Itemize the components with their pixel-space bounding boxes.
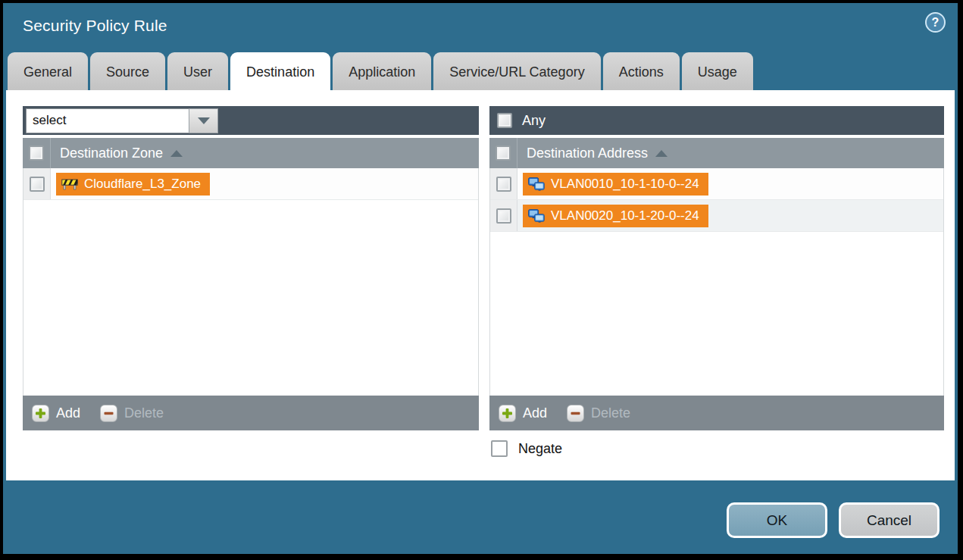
address-chip[interactable]: VLAN0010_10-1-10-0--24	[523, 173, 708, 196]
zone-select-all-checkbox[interactable]	[29, 145, 44, 161]
address-row-body: VLAN0020_10-1-20-0--24	[517, 200, 943, 231]
zone-toolbar	[23, 106, 479, 138]
zone-row-label: Cloudflare_L3_Zone	[84, 176, 201, 192]
zone-footer: Add Delete	[23, 396, 479, 430]
negate-label: Negate	[518, 441, 562, 457]
ok-button[interactable]: OK	[727, 502, 827, 538]
zone-column-header[interactable]: Destination Zone	[23, 138, 479, 168]
address-row-label: VLAN0010_10-1-10-0--24	[551, 176, 699, 192]
sort-ascending-icon	[655, 150, 668, 157]
address-row-checkcell	[490, 168, 517, 199]
address-row-checkbox[interactable]	[496, 208, 511, 224]
negate-row: Negate	[491, 440, 562, 457]
address-add-button[interactable]: Add	[499, 405, 547, 422]
tab-user[interactable]: User	[167, 52, 228, 90]
tab-bar: General Source User Destination Applicat…	[8, 52, 753, 90]
sort-ascending-icon	[170, 150, 183, 157]
address-toolbar: Any	[489, 106, 944, 138]
zone-row-checkbox[interactable]	[30, 177, 45, 192]
zone-select-dropdown-button[interactable]	[189, 108, 218, 133]
tab-usage[interactable]: Usage	[682, 52, 753, 90]
address-rows: VLAN0010_10-1-10-0--24	[489, 168, 944, 396]
destination-zone-panel: Destination Zone	[23, 106, 479, 430]
address-header-checkcell	[489, 138, 517, 168]
address-row-label: VLAN0020_10-1-20-0--24	[551, 208, 699, 224]
address-column-header[interactable]: Destination Address	[489, 138, 944, 168]
any-label: Any	[522, 113, 546, 129]
destination-address-panel: Any Destination Address	[489, 106, 944, 430]
address-delete-label: Delete	[591, 405, 630, 421]
zone-select-input[interactable]	[26, 108, 189, 133]
zone-add-button[interactable]: Add	[32, 405, 80, 422]
address-chip[interactable]: VLAN0020_10-1-20-0--24	[523, 205, 708, 227]
address-select-all-checkbox[interactable]	[496, 145, 511, 161]
address-row-checkbox[interactable]	[496, 177, 511, 192]
add-plus-icon	[32, 405, 49, 422]
tab-actions[interactable]: Actions	[603, 52, 680, 90]
address-column-header-label: Destination Address	[527, 145, 648, 161]
any-checkbox[interactable]	[497, 113, 512, 128]
address-row-vlan0010[interactable]: VLAN0010_10-1-10-0--24	[490, 168, 943, 200]
zone-delete-label: Delete	[124, 405, 164, 421]
address-row-vlan0020[interactable]: VLAN0020_10-1-20-0--24	[490, 200, 943, 232]
tab-service-url-category[interactable]: Service/URL Category	[433, 52, 600, 90]
any-row: Any	[492, 113, 546, 129]
address-add-label: Add	[523, 405, 547, 421]
zone-chip[interactable]: Cloudflare_L3_Zone	[56, 173, 210, 196]
zone-row-cloudflare-l3-zone[interactable]: Cloudflare_L3_Zone	[23, 168, 478, 200]
delete-minus-icon	[100, 405, 117, 422]
address-footer: Add Delete	[489, 396, 944, 430]
address-network-icon	[528, 177, 545, 191]
tab-destination[interactable]: Destination	[230, 52, 330, 90]
zone-row-checkcell	[23, 168, 51, 199]
help-icon[interactable]: ?	[925, 12, 946, 33]
dialog-button-bar: OK Cancel	[3, 480, 958, 554]
zone-barrier-icon	[61, 177, 78, 190]
tab-source[interactable]: Source	[90, 52, 165, 90]
add-plus-icon	[499, 405, 516, 422]
tab-general[interactable]: General	[8, 52, 88, 90]
chevron-down-icon	[198, 117, 210, 124]
zone-row-body: Cloudflare_L3_Zone	[51, 168, 478, 199]
address-row-checkcell	[490, 200, 517, 231]
address-delete-button[interactable]: Delete	[567, 405, 630, 422]
zone-add-label: Add	[56, 405, 80, 421]
zone-column-header-label: Destination Zone	[60, 145, 163, 161]
zone-delete-button[interactable]: Delete	[100, 405, 164, 422]
address-network-icon	[528, 209, 545, 223]
tab-application[interactable]: Application	[333, 52, 431, 90]
tab-content-destination: Destination Zone	[6, 90, 955, 480]
zone-select-combo	[26, 108, 218, 133]
address-row-body: VLAN0010_10-1-10-0--24	[517, 168, 943, 199]
delete-minus-icon	[567, 405, 584, 422]
cancel-button[interactable]: Cancel	[839, 502, 940, 538]
zone-header-checkcell	[23, 138, 51, 168]
security-policy-rule-dialog: Security Policy Rule ? General Source Us…	[3, 3, 958, 554]
negate-checkbox[interactable]	[491, 440, 508, 457]
dialog-title: Security Policy Rule	[23, 17, 167, 35]
zone-rows: Cloudflare_L3_Zone	[23, 168, 479, 396]
